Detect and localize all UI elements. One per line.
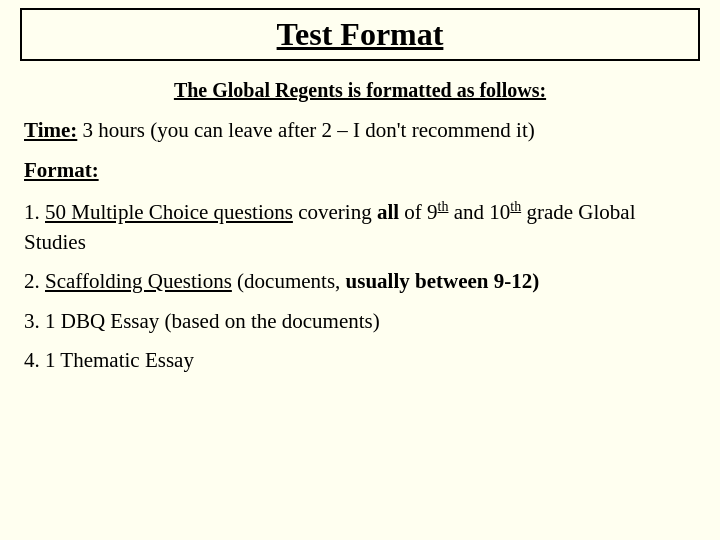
list-item-4: 4. 1 Thematic Essay: [24, 346, 696, 375]
list-item-2: 2. Scaffolding Questions (documents, usu…: [24, 267, 696, 296]
time-content: 3 hours (you can leave after 2 – I don't…: [77, 118, 534, 142]
format-label: Format:: [24, 158, 696, 183]
time-label: Time:: [24, 118, 77, 142]
subtitle: The Global Regents is formatted as follo…: [24, 79, 696, 102]
list-item-3: 3. 1 DBQ Essay (based on the documents): [24, 307, 696, 336]
page-container: Test Format The Global Regents is format…: [0, 0, 720, 540]
time-section: Time: 3 hours (you can leave after 2 – I…: [24, 116, 696, 144]
content-area: The Global Regents is formatted as follo…: [0, 61, 720, 395]
list-item-1: 1. 50 Multiple Choice questions covering…: [24, 197, 696, 257]
title-box: Test Format: [20, 8, 700, 61]
page-title: Test Format: [277, 16, 444, 52]
format-section: Format:: [24, 158, 696, 189]
